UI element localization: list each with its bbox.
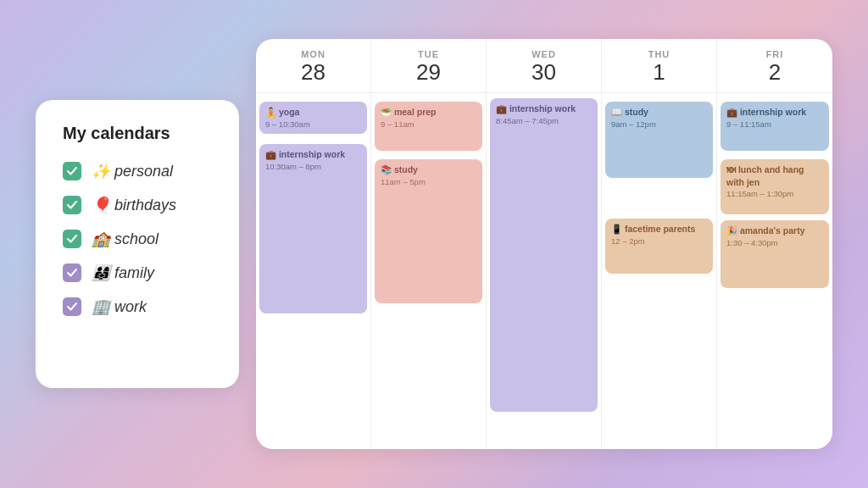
day-header-wed: WED 30: [487, 39, 602, 92]
family-label: 👨‍👩‍👧 family: [92, 263, 154, 282]
day-col-thu: 📖 study 9am – 12pm 📱 facetime parents 12…: [602, 93, 717, 449]
event-amandas-party[interactable]: 🎉 amanda's party 1:30 – 4:30pm: [721, 220, 829, 288]
event-fri-internship[interactable]: 💼 internship work 9 – 11:15am: [721, 102, 829, 151]
work-label: 🏢 work: [92, 297, 147, 316]
sidebar-title: My calendars: [63, 124, 212, 143]
calendar-body: 🧘 yoga 9 – 10:30am 💼 internship work 10:…: [256, 93, 832, 449]
day-header-tue: TUE 29: [371, 39, 487, 92]
calendar-header: MON 28 TUE 29 WED 30 THU 1 FRI 2: [256, 39, 832, 93]
event-thu-study[interactable]: 📖 study 9am – 12pm: [605, 102, 713, 178]
checkbox-school[interactable]: [63, 230, 81, 248]
sidebar-item-work[interactable]: 🏢 work: [63, 297, 212, 316]
day-header-mon: MON 28: [256, 39, 371, 92]
checkbox-work[interactable]: [63, 297, 81, 316]
checkbox-personal[interactable]: [63, 162, 81, 180]
day-header-fri: FRI 2: [717, 39, 832, 92]
sidebar-item-school[interactable]: 🏫 school: [63, 230, 212, 248]
sidebar-item-birthdays[interactable]: 🎈 birthdays: [63, 196, 212, 214]
personal-label: ✨ personal: [92, 162, 173, 180]
event-wed-internship[interactable]: 💼 internship work 8:45am – 7:45pm: [490, 98, 598, 412]
day-col-mon: 🧘 yoga 9 – 10:30am 💼 internship work 10:…: [256, 93, 371, 449]
sidebar: My calendars ✨ personal 🎈 birthdays 🏫 sc…: [36, 100, 239, 388]
event-lunch-jen[interactable]: 🍽 lunch and hang with jen 11:15am – 1:30…: [721, 159, 829, 214]
checkbox-family[interactable]: [63, 263, 81, 282]
sidebar-item-family[interactable]: 👨‍👩‍👧 family: [63, 263, 212, 282]
event-meal-prep[interactable]: 🥗 meal prep 9 – 11am: [375, 102, 482, 151]
day-col-fri: 💼 internship work 9 – 11:15am 🍽 lunch an…: [717, 93, 832, 449]
event-yoga[interactable]: 🧘 yoga 9 – 10:30am: [259, 102, 367, 134]
event-facetime-parents[interactable]: 📱 facetime parents 12 – 2pm: [605, 219, 713, 274]
birthdays-label: 🎈 birthdays: [92, 196, 176, 214]
calendar: MON 28 TUE 29 WED 30 THU 1 FRI 2 🧘 yoga …: [256, 39, 832, 449]
day-col-tue: 🥗 meal prep 9 – 11am 📚 study 11am – 5pm: [371, 93, 487, 449]
day-header-thu: THU 1: [602, 39, 717, 92]
school-label: 🏫 school: [92, 230, 159, 248]
sidebar-item-personal[interactable]: ✨ personal: [63, 162, 212, 180]
event-mon-internship[interactable]: 💼 internship work 10:30am – 8pm: [259, 144, 367, 313]
day-col-wed: 💼 internship work 8:45am – 7:45pm: [487, 93, 602, 449]
checkbox-birthdays[interactable]: [63, 196, 81, 214]
event-tue-study[interactable]: 📚 study 11am – 5pm: [375, 159, 482, 303]
